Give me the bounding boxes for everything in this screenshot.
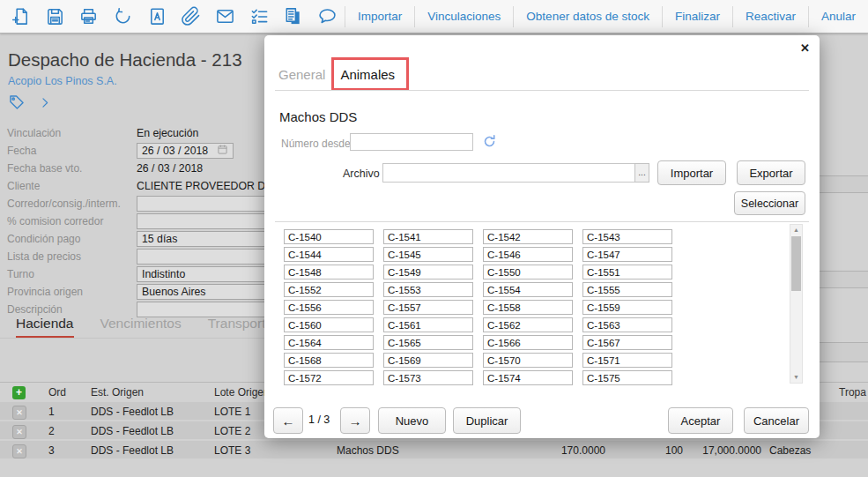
animal-code-input[interactable]: C-1566 — [483, 335, 573, 350]
table-row[interactable]: 3DDS - Feedlot LBLOTE 3Machos DDS170.000… — [0, 441, 868, 458]
animal-code-input[interactable]: C-1553 — [383, 282, 473, 297]
animal-code-input[interactable]: C-1559 — [582, 300, 672, 315]
animal-code-input[interactable]: C-1562 — [483, 317, 573, 332]
animal-code-input[interactable]: C-1574 — [483, 370, 573, 385]
scroll-down-icon[interactable] — [790, 372, 802, 383]
font-document-icon[interactable] — [140, 0, 174, 33]
animal-code-input[interactable]: C-1554 — [483, 282, 573, 297]
cell-unidad: Cabezas — [769, 444, 811, 457]
duplicar-button[interactable]: Duplicar — [453, 407, 521, 434]
copy-icon[interactable] — [277, 0, 311, 33]
tab-hacienda[interactable]: Hacienda — [16, 316, 74, 339]
close-icon[interactable] — [800, 41, 810, 55]
attachment-icon[interactable] — [174, 0, 209, 33]
animal-code-input[interactable]: C-1540 — [284, 229, 374, 244]
column-header-ord: Ord — [48, 386, 66, 399]
animal-code-input[interactable]: C-1551 — [582, 265, 672, 279]
animal-code-input[interactable]: C-1552 — [284, 282, 374, 297]
animal-code-input[interactable]: C-1567 — [582, 335, 672, 350]
animal-code-input[interactable]: C-1543 — [582, 229, 672, 244]
delete-row-icon[interactable] — [12, 406, 26, 420]
next-page-button[interactable] — [340, 407, 370, 434]
aceptar-button[interactable]: Aceptar — [668, 407, 733, 434]
page-title: Despacho de Hacienda - 213 — [8, 49, 242, 71]
grid-scrollbar[interactable] — [790, 224, 803, 384]
delete-row-icon[interactable] — [12, 444, 26, 458]
cancelar-button[interactable]: Cancelar — [744, 407, 809, 434]
animal-code-input[interactable]: C-1550 — [483, 265, 573, 279]
background-row-band — [820, 175, 868, 193]
toolbar-button-importar[interactable]: Importar — [345, 0, 414, 33]
toolbar-button-obtener-datos-de-stock[interactable]: Obtener datos de stock — [514, 0, 662, 33]
animal-code-input[interactable]: C-1557 — [383, 300, 473, 315]
animal-code-input[interactable]: C-1564 — [284, 335, 374, 350]
toolbar: ImportarVinculacionesObtener datos de st… — [0, 0, 868, 34]
animal-code-input[interactable]: C-1545 — [383, 247, 473, 262]
animal-code-input[interactable]: C-1544 — [284, 247, 374, 262]
animal-code-input[interactable]: C-1575 — [582, 370, 672, 385]
fecha-input[interactable]: 26 / 03 / 2018 — [137, 143, 234, 159]
calendar-icon — [217, 144, 228, 158]
company-link[interactable]: Acopio Los Pinos S.A. — [8, 75, 117, 87]
animal-code-input[interactable]: C-1568 — [284, 353, 374, 368]
tag-icon[interactable] — [8, 93, 26, 115]
delete-row-icon[interactable] — [12, 425, 26, 439]
animal-code-input[interactable]: C-1547 — [582, 247, 672, 262]
history-icon[interactable] — [106, 0, 140, 33]
animal-code-input[interactable]: C-1549 — [383, 265, 473, 279]
animal-code-input[interactable]: C-1542 — [483, 229, 573, 244]
document-actions — [8, 93, 51, 115]
new-document-icon[interactable] — [4, 0, 38, 33]
toolbar-button-anular[interactable]: Anular — [809, 0, 868, 33]
scroll-up-icon[interactable] — [790, 225, 802, 235]
toolbar-button-reactivar[interactable]: Reactivar — [733, 0, 808, 33]
toolbar-button-vinculaciones[interactable]: Vinculaciones — [415, 0, 513, 33]
animal-code-input[interactable]: C-1560 — [284, 317, 374, 332]
exportar-button[interactable]: Exportar — [737, 160, 805, 185]
field-value: 26 / 03 / 2018 — [142, 145, 208, 157]
animal-code-input[interactable]: C-1548 — [284, 265, 374, 279]
toolbar-button-finalizar[interactable]: Finalizar — [663, 0, 732, 33]
archivo-input[interactable] — [382, 163, 635, 183]
importar-button[interactable]: Importar — [657, 160, 726, 185]
animal-code-input[interactable]: C-1561 — [383, 317, 473, 332]
numero-desde-input[interactable] — [350, 133, 473, 151]
animal-code-input[interactable]: C-1573 — [383, 370, 473, 385]
field-label: Provincia origen — [7, 286, 137, 298]
animal-codes-grid: C-1540C-1541C-1542C-1543C-1544C-1545C-15… — [284, 229, 672, 385]
tab-general[interactable]: General — [278, 67, 325, 82]
seleccionar-button[interactable]: Seleccionar — [734, 191, 805, 215]
animal-code-input[interactable]: C-1541 — [383, 229, 473, 244]
tab-transporte[interactable]: Transporte — [208, 316, 273, 339]
field-label: Corredor/consig./interm. — [7, 198, 137, 210]
checklist-icon[interactable] — [242, 0, 277, 33]
animal-code-input[interactable]: C-1558 — [483, 300, 573, 315]
animal-code-input[interactable]: C-1563 — [582, 317, 672, 332]
column-header-lote: Lote Origen — [214, 386, 270, 399]
animal-code-input[interactable]: C-1565 — [383, 335, 473, 350]
field-label: Fecha base vto. — [7, 162, 137, 175]
tab-vencimientos[interactable]: Vencimientos — [100, 316, 182, 339]
animal-code-input[interactable]: C-1572 — [284, 370, 374, 385]
mail-icon[interactable] — [208, 0, 242, 33]
page-indicator: 1 / 3 — [308, 414, 330, 426]
animal-code-input[interactable]: C-1556 — [284, 300, 374, 315]
prev-page-button[interactable] — [273, 407, 303, 434]
animal-code-input[interactable]: C-1571 — [582, 353, 672, 368]
add-row-button[interactable] — [12, 386, 26, 399]
refresh-icon[interactable] — [481, 133, 498, 150]
scrollbar-thumb[interactable] — [791, 236, 801, 291]
nuevo-button[interactable]: Nuevo — [378, 407, 446, 434]
print-icon[interactable] — [71, 0, 106, 33]
save-icon[interactable] — [38, 0, 72, 33]
section-divider — [275, 221, 809, 222]
chevron-right-icon[interactable] — [39, 95, 51, 114]
cell-ord: 3 — [48, 444, 55, 457]
animal-code-input[interactable]: C-1570 — [483, 353, 573, 368]
browse-file-button[interactable]: ... — [634, 163, 649, 183]
animal-code-input[interactable]: C-1555 — [582, 282, 672, 297]
comment-icon[interactable] — [310, 0, 345, 33]
animal-code-input[interactable]: C-1546 — [483, 247, 573, 262]
animal-code-input[interactable]: C-1569 — [383, 353, 473, 368]
field-value: En ejecución — [137, 127, 198, 139]
